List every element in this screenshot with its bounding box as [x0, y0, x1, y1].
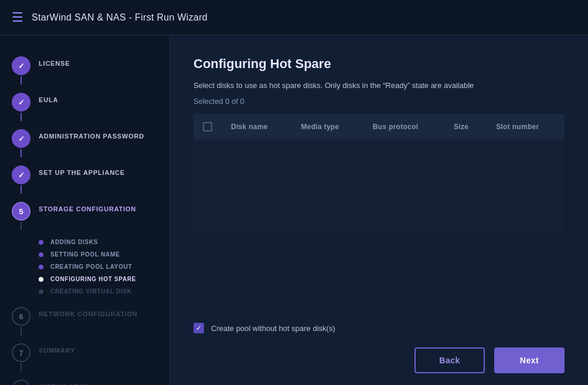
- col-disk-name: Disk name: [222, 114, 291, 140]
- step-label-summary: SUMMARY: [39, 347, 75, 354]
- substep-label-hot-spare: CONFIGURING HOT SPARE: [50, 276, 136, 282]
- footer-area: ✓ Create pool without hot spare disk(s) …: [193, 311, 565, 373]
- selected-count-label: Selected 0 of 0: [193, 97, 565, 106]
- substep-dot-virtual-disk: [39, 289, 43, 294]
- step-label-storage: STORAGE CONFIGURATION: [39, 205, 136, 212]
- sidebar: ✓ LICENSE ✓ EULA ✓: [0, 35, 170, 385]
- step-label-wrap-summary: SUMMARY: [39, 343, 75, 354]
- step-label-wrap-network: NETWORK CONFIGURATION: [39, 307, 138, 318]
- checkmark-icon-4: ✓: [18, 171, 25, 180]
- connector-7: [21, 363, 22, 372]
- header-checkbox-cell[interactable]: [203, 122, 212, 131]
- substep-label-virtual-disk: CREATING VIRTUAL DISK: [50, 288, 132, 295]
- step-number-network: 6: [19, 312, 23, 321]
- disk-table: Disk name Media type Bus protocol Size S…: [193, 114, 565, 234]
- connector-4: [21, 185, 22, 194]
- col-checkbox: [193, 114, 222, 140]
- step-label-wrap-setup: SET UP THE APPLIANCE: [39, 166, 125, 176]
- sidebar-step-setup[interactable]: ✓ SET UP THE APPLIANCE: [0, 162, 169, 198]
- sidebar-step-eula[interactable]: ✓ EULA: [0, 89, 169, 126]
- page-title: Configuring Hot Spare: [193, 56, 565, 72]
- col-bus-protocol: Bus protocol: [363, 114, 444, 140]
- connector-3: [21, 149, 22, 157]
- table-header-row: Disk name Media type Bus protocol Size S…: [193, 114, 565, 140]
- checkmark-icon: ✓: [18, 62, 25, 70]
- step-circle-setup: ✓: [12, 166, 30, 184]
- step-label-wrap-license: LICENSE: [39, 56, 70, 67]
- substep-dot-adding-disks: [39, 240, 43, 245]
- hot-spare-checkbox[interactable]: ✓: [193, 323, 204, 333]
- footer-checkbox-row: ✓ Create pool without hot spare disk(s): [193, 323, 565, 333]
- step-indicator-network: 6: [12, 307, 30, 336]
- substep-dot-pool-name: [39, 252, 43, 257]
- substeps-container: ADDING DISKS SETTING POOL NAME CREATING …: [0, 236, 169, 298]
- substep-label-pool-layout: CREATING POOL LAYOUT: [50, 264, 132, 270]
- step-indicator-license: ✓: [12, 56, 30, 86]
- substep-adding-disks[interactable]: ADDING DISKS: [39, 236, 169, 248]
- step-number-storage: 5: [19, 207, 23, 216]
- step-circle-admin: ✓: [12, 129, 30, 148]
- col-media-type: Media type: [291, 114, 363, 140]
- select-all-checkbox[interactable]: [203, 122, 212, 131]
- connector-2: [21, 113, 22, 121]
- step-indicator-eula: ✓: [12, 93, 30, 122]
- col-slot-number: Slot number: [487, 114, 565, 140]
- step-label-wrap-installation: INSTALLATION: [39, 380, 91, 385]
- substep-dot-pool-layout: [39, 265, 43, 269]
- step-label-license: LICENSE: [39, 60, 70, 67]
- checkmark-icon-2: ✓: [18, 98, 25, 107]
- step-circle-summary: 7: [12, 343, 30, 362]
- step-circle-storage: 5: [12, 202, 30, 221]
- next-button[interactable]: Next: [494, 347, 565, 373]
- substep-pool-name[interactable]: SETTING POOL NAME: [39, 248, 169, 261]
- step-label-network: NETWORK CONFIGURATION: [39, 310, 138, 318]
- step-indicator-installation: 8: [12, 380, 30, 385]
- button-row: Back Next: [193, 347, 565, 373]
- empty-table-cell: [193, 140, 565, 234]
- sidebar-step-network[interactable]: 6 NETWORK CONFIGURATION: [0, 303, 169, 340]
- step-indicator-storage: 5: [12, 202, 30, 231]
- substep-label-adding-disks: ADDING DISKS: [50, 239, 98, 245]
- step-label-admin: ADMINISTRATION PASSWORD: [39, 133, 144, 140]
- connector-5: [21, 222, 22, 230]
- step-circle-license: ✓: [12, 56, 30, 75]
- step-label-eula: EULA: [39, 96, 58, 103]
- step-label-setup: SET UP THE APPLIANCE: [39, 169, 125, 176]
- hot-spare-checkbox-label: Create pool without hot spare disk(s): [211, 324, 335, 333]
- step-label-wrap-admin: ADMINISTRATION PASSWORD: [39, 129, 144, 140]
- checkmark-icon-3: ✓: [18, 134, 25, 143]
- step-circle-network: 6: [12, 307, 30, 326]
- substep-virtual-disk[interactable]: CREATING VIRTUAL DISK: [39, 285, 169, 298]
- step-circle-installation: 8: [12, 380, 30, 385]
- substep-pool-layout[interactable]: CREATING POOL LAYOUT: [39, 261, 169, 273]
- sidebar-step-license[interactable]: ✓ LICENSE: [0, 53, 169, 89]
- table-body: [193, 140, 565, 234]
- sidebar-step-admin[interactable]: ✓ ADMINISTRATION PASSWORD: [0, 126, 169, 162]
- menu-icon: ☰: [12, 10, 23, 25]
- empty-row: [193, 140, 565, 234]
- step-indicator-summary: 7: [12, 343, 30, 373]
- substep-hot-spare[interactable]: CONFIGURING HOT SPARE: [39, 273, 169, 285]
- table-header: Disk name Media type Bus protocol Size S…: [193, 114, 565, 140]
- content-area: Configuring Hot Spare Select disks to us…: [170, 35, 588, 385]
- topbar: ☰ StarWind SAN & NAS - First Run Wizard: [0, 0, 588, 35]
- description-text: Select disks to use as hot spare disks. …: [193, 81, 565, 90]
- app-title: StarWind SAN & NAS - First Run Wizard: [32, 12, 208, 23]
- sidebar-step-installation[interactable]: 8 INSTALLATION: [0, 376, 169, 385]
- sidebar-step-summary[interactable]: 7 SUMMARY: [0, 340, 169, 376]
- substep-dot-hot-spare: [39, 277, 43, 282]
- col-size: Size: [444, 114, 487, 140]
- sidebar-step-storage[interactable]: 5 STORAGE CONFIGURATION: [0, 198, 169, 235]
- step-indicator-setup: ✓: [12, 166, 30, 195]
- connector-1: [21, 76, 22, 85]
- step-circle-eula: ✓: [12, 93, 30, 112]
- step-number-summary: 7: [19, 349, 23, 357]
- step-label-wrap-eula: EULA: [39, 93, 58, 103]
- connector-6: [21, 327, 22, 335]
- back-button[interactable]: Back: [414, 347, 485, 373]
- step-indicator-admin: ✓: [12, 129, 30, 158]
- substep-label-pool-name: SETTING POOL NAME: [50, 251, 120, 258]
- step-label-wrap-storage: STORAGE CONFIGURATION: [39, 202, 136, 212]
- main-layout: ✓ LICENSE ✓ EULA ✓: [0, 35, 588, 385]
